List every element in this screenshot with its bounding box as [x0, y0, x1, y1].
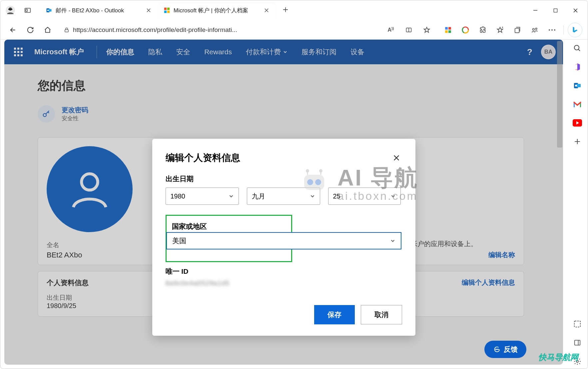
chevron-down-icon [390, 238, 395, 243]
maximize-button[interactable] [546, 4, 565, 17]
svg-rect-17 [445, 30, 448, 33]
svg-point-25 [549, 29, 550, 31]
close-icon[interactable] [263, 7, 270, 14]
save-button[interactable]: 保存 [314, 305, 355, 324]
close-window-button[interactable] [566, 4, 585, 17]
back-button[interactable] [6, 23, 20, 37]
svg-rect-8 [164, 8, 167, 10]
search-icon[interactable] [570, 41, 585, 56]
year-select[interactable]: 1980 [166, 187, 239, 205]
feedback-label: 反馈 [504, 345, 518, 354]
minimize-button[interactable] [526, 4, 545, 17]
profile-avatar-icon[interactable] [3, 3, 18, 18]
chevron-down-icon [229, 193, 234, 199]
svg-rect-40 [577, 84, 581, 87]
day-value: 25 [333, 192, 340, 200]
chat-icon [493, 346, 500, 353]
svg-point-41 [575, 85, 577, 87]
scrollbar-thumb[interactable] [557, 41, 562, 148]
svg-point-31 [497, 349, 497, 350]
svg-rect-2 [8, 9, 13, 10]
add-sidebar-button[interactable] [570, 134, 585, 149]
tab-title: 邮件 - BEt2 AXbo - Outlook [56, 7, 142, 14]
chevron-down-icon [390, 193, 396, 199]
month-value: 九月 [252, 192, 265, 201]
close-icon[interactable] [145, 7, 152, 14]
screenshot-icon[interactable] [570, 317, 585, 331]
region-label: 国家或地区 [172, 222, 286, 231]
feedback-button[interactable]: 反馈 [484, 341, 526, 358]
youtube-icon[interactable] [570, 116, 585, 130]
outlook-sidebar-icon[interactable] [570, 78, 585, 93]
browser-toolbar: https://account.microsoft.com/profile/ed… [0, 20, 588, 40]
edit-profile-modal: 编辑个人资料信息 出生日期 1980 九月 [152, 139, 415, 336]
account-button[interactable] [527, 23, 542, 37]
svg-rect-22 [515, 28, 519, 33]
edge-sidebar [567, 40, 588, 369]
home-button[interactable] [40, 23, 55, 37]
svg-rect-43 [574, 321, 580, 327]
extensions-button[interactable] [475, 23, 490, 37]
favorites-list-button[interactable] [493, 23, 507, 37]
url-text: https://account.microsoft.com/profile/ed… [73, 26, 380, 34]
more-button[interactable] [545, 23, 559, 37]
year-value: 1980 [171, 192, 186, 200]
split-screen-button[interactable] [401, 23, 416, 37]
unique-id-value: 8a9c0e4a0529a1d5 [166, 279, 402, 287]
svg-rect-10 [164, 11, 167, 13]
settings-icon[interactable] [570, 354, 585, 369]
extension-colored-icon[interactable] [441, 23, 455, 37]
dob-field-label: 出生日期 [166, 174, 402, 184]
svg-point-26 [551, 29, 553, 31]
tab-outlook[interactable]: 邮件 - BEt2 AXbo - Outlook [41, 3, 158, 18]
modal-title: 编辑个人资料信息 [166, 152, 240, 164]
title-bar: 邮件 - BEt2 AXbo - Outlook Microsoft 帐户 | … [0, 0, 588, 20]
month-select[interactable]: 九月 [247, 187, 320, 205]
collections-button[interactable] [510, 23, 525, 37]
gmail-icon[interactable] [570, 97, 585, 112]
svg-rect-9 [167, 8, 170, 10]
office-icon[interactable] [570, 60, 585, 74]
page-viewport: Microsoft 帐户 你的信息 隐私 安全 Rewards 付款和计费 服务… [4, 40, 563, 365]
svg-point-38 [574, 45, 579, 50]
new-tab-button[interactable] [279, 3, 292, 16]
favorite-button[interactable] [419, 23, 434, 37]
day-select[interactable]: 25 [328, 187, 401, 205]
tabs: 邮件 - BEt2 AXbo - Outlook Microsoft 帐户 | … [41, 3, 292, 18]
toolbar-separator [563, 25, 564, 35]
address-bar[interactable]: https://account.microsoft.com/profile/ed… [60, 23, 436, 37]
svg-point-30 [495, 349, 496, 350]
svg-rect-4 [26, 9, 28, 11]
svg-rect-11 [167, 11, 170, 13]
read-aloud-button[interactable]: A)) [383, 23, 398, 37]
svg-rect-13 [65, 30, 69, 32]
lock-icon [64, 27, 70, 33]
svg-point-27 [554, 29, 555, 31]
svg-rect-18 [448, 30, 451, 33]
cancel-button[interactable]: 取消 [361, 305, 402, 324]
svg-rect-16 [448, 27, 451, 30]
region-select[interactable]: 美国 [166, 232, 401, 249]
unique-id-label: 唯一 ID [166, 267, 402, 276]
svg-point-24 [535, 28, 537, 30]
svg-rect-15 [445, 27, 448, 30]
svg-point-23 [533, 28, 535, 30]
microsoft-icon [164, 7, 170, 14]
svg-point-45 [576, 360, 578, 362]
svg-point-32 [498, 349, 499, 350]
svg-rect-6 [49, 9, 52, 12]
svg-point-7 [47, 10, 49, 11]
chevron-down-icon [310, 193, 315, 199]
svg-rect-44 [575, 340, 580, 345]
svg-rect-12 [554, 9, 557, 12]
outlook-icon [46, 7, 52, 14]
tab-microsoft-account[interactable]: Microsoft 帐户 | 你的个人档案 [159, 3, 276, 18]
scrollbar[interactable] [556, 40, 563, 365]
bing-chat-button[interactable] [568, 23, 582, 37]
refresh-button[interactable] [23, 23, 38, 37]
extension-circle-icon[interactable] [458, 23, 473, 37]
close-icon[interactable] [391, 152, 402, 164]
hide-sidebar-icon[interactable] [570, 335, 585, 350]
tab-overview-icon[interactable] [20, 3, 35, 18]
window-controls [526, 4, 585, 17]
